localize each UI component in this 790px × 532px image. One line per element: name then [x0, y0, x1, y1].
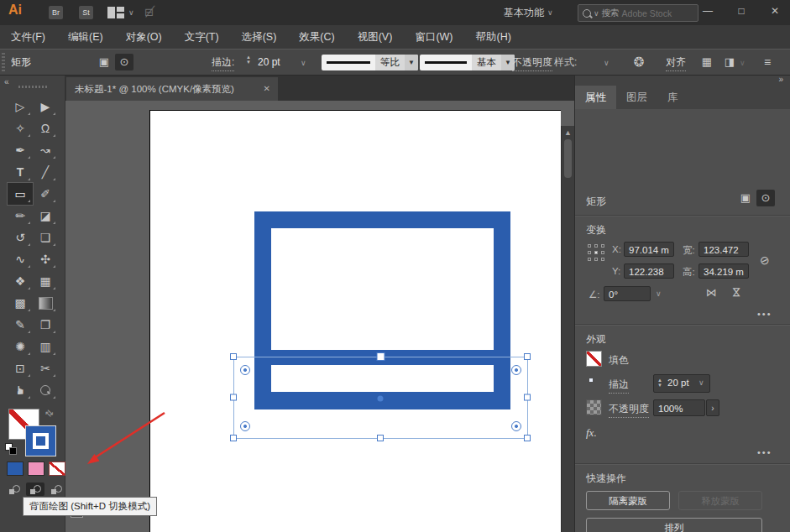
- stroke-stepper[interactable]: ▲▼: [657, 378, 662, 388]
- chevron-down-icon[interactable]: ∨: [698, 378, 704, 387]
- chevron-down-icon[interactable]: ∨: [128, 8, 134, 17]
- swap-fill-stroke-icon[interactable]: ⇄: [43, 407, 56, 420]
- gradient-tool[interactable]: [33, 292, 58, 314]
- magic-wand-tool[interactable]: ✧: [8, 117, 33, 139]
- width-input[interactable]: 123.472: [698, 242, 749, 257]
- opacity-panel-button[interactable]: ›: [706, 399, 719, 416]
- draw-normal-button[interactable]: [5, 482, 24, 496]
- direct-selection-tool[interactable]: ▶: [33, 96, 58, 117]
- draw-behind-button[interactable]: [26, 482, 44, 496]
- collapse-panel-icon[interactable]: »: [778, 75, 783, 84]
- puppet-warp-tool[interactable]: ✣: [33, 248, 58, 270]
- x-input[interactable]: 97.014 m: [624, 242, 674, 257]
- chevron-down-icon[interactable]: ∨: [604, 59, 610, 67]
- recolor-artwork-icon[interactable]: ❂: [630, 54, 648, 70]
- rectangle-tool[interactable]: ▭: [8, 183, 33, 205]
- width-tool[interactable]: ∿: [8, 248, 33, 270]
- canvas[interactable]: ▲: [65, 101, 574, 532]
- stock-icon[interactable]: St: [79, 6, 93, 19]
- collapse-panel-icon[interactable]: «: [4, 77, 9, 86]
- opacity-link[interactable]: 不透明度: [512, 55, 552, 71]
- chevron-down-icon[interactable]: ∨: [547, 8, 553, 17]
- pathfinder-icon[interactable]: ◨: [720, 54, 739, 70]
- document-tab[interactable]: 未标题-1* @ 100% (CMYK/像素预览) ✕: [66, 77, 278, 101]
- transform-more-options[interactable]: •••: [757, 309, 772, 319]
- panel-grip[interactable]: [18, 86, 47, 88]
- mesh-tool[interactable]: ▩: [8, 292, 33, 314]
- flip-horizontal-icon[interactable]: ⋈: [706, 286, 717, 299]
- menu-window[interactable]: 窗口(W): [415, 30, 453, 44]
- blend-tool[interactable]: ❐: [33, 314, 58, 336]
- curvature-tool[interactable]: ↝: [33, 139, 58, 161]
- constrain-proportions-icon[interactable]: ⊘: [758, 252, 772, 268]
- bounding-box-icon[interactable]: ▣: [736, 190, 755, 206]
- menu-select[interactable]: 选择(S): [242, 30, 277, 44]
- tab-libraries[interactable]: 库: [657, 86, 688, 109]
- rotation-dropdown[interactable]: 0°: [604, 286, 651, 301]
- shaper-tool[interactable]: ✏: [8, 205, 33, 227]
- draw-inside-button[interactable]: [47, 482, 65, 496]
- selection-tool[interactable]: ▷: [8, 96, 33, 117]
- center-point-icon[interactable]: ⊙: [756, 190, 775, 206]
- type-tool[interactable]: T: [8, 161, 33, 183]
- opacity-link[interactable]: 不透明度: [609, 402, 649, 418]
- chevron-down-icon[interactable]: ∨: [740, 59, 746, 67]
- fx-button[interactable]: fx.: [586, 426, 597, 440]
- menu-type[interactable]: 文字(T): [185, 30, 219, 44]
- tab-layers[interactable]: 图层: [616, 86, 657, 109]
- stroke-weight-link[interactable]: 描边:: [212, 55, 234, 71]
- menu-edit[interactable]: 编辑(E): [68, 30, 103, 44]
- workspace-switcher[interactable]: 基本功能: [504, 6, 544, 20]
- align-objects-icon[interactable]: ▦: [698, 54, 716, 70]
- default-fill-stroke-icon[interactable]: [5, 443, 16, 453]
- scroll-up-icon[interactable]: ▲: [564, 128, 572, 137]
- symbol-sprayer-tool[interactable]: ✺: [8, 336, 33, 357]
- bounding-box-icon[interactable]: ▣: [95, 54, 113, 70]
- menu-file[interactable]: 文件(F): [11, 30, 45, 44]
- search-input[interactable]: ∨ 搜索 Adobe Stock: [578, 4, 698, 22]
- isolate-mask-button[interactable]: 隔离蒙版: [586, 491, 670, 510]
- tab-properties[interactable]: 属性: [575, 86, 616, 109]
- options-menu-icon[interactable]: ≡: [758, 54, 777, 70]
- brush-definition-dropdown[interactable]: 基本 ▼: [420, 55, 515, 70]
- gradient-swatch-button[interactable]: [28, 462, 44, 476]
- eraser-tool[interactable]: ◪: [33, 205, 58, 227]
- maximize-button[interactable]: □: [727, 0, 756, 22]
- zoom-tool[interactable]: [33, 379, 58, 401]
- chevron-down-icon[interactable]: ∨: [656, 289, 662, 298]
- scrollbar-thumb[interactable]: [564, 139, 572, 178]
- rotate-tool[interactable]: ↺: [8, 227, 33, 248]
- lasso-tool[interactable]: Ω: [33, 117, 58, 139]
- menu-view[interactable]: 视图(V): [358, 30, 393, 44]
- eyedropper-tool[interactable]: ✎: [8, 314, 33, 336]
- menu-effect[interactable]: 效果(C): [299, 30, 334, 44]
- stroke-weight-field[interactable]: ▲▼ 20 pt ∨: [653, 374, 710, 393]
- workspace-layout-icon[interactable]: [107, 7, 124, 18]
- stroke-profile-dropdown[interactable]: 等比 ▼: [322, 55, 418, 70]
- none-swatch-button[interactable]: [49, 462, 65, 476]
- align-link[interactable]: 对齐: [666, 55, 686, 71]
- panel-grip[interactable]: [2, 53, 5, 71]
- bridge-icon[interactable]: Br: [49, 6, 63, 19]
- stroke-link[interactable]: 描边: [609, 378, 629, 394]
- menu-object[interactable]: 对象(O): [126, 30, 162, 44]
- stroke-weight-value[interactable]: 20 pt: [258, 50, 280, 75]
- fill-swatch[interactable]: [586, 351, 602, 367]
- menu-help[interactable]: 帮助(H): [476, 30, 511, 44]
- close-tab-icon[interactable]: ✕: [264, 77, 270, 101]
- stroke-indicator[interactable]: [25, 425, 56, 456]
- hand-tool[interactable]: ☛: [8, 379, 33, 401]
- shape-builder-tool[interactable]: ❖: [8, 270, 33, 292]
- artboard-tool[interactable]: ⊡: [8, 357, 33, 379]
- paintbrush-tool[interactable]: ✐: [33, 183, 58, 205]
- appearance-more-options[interactable]: •••: [757, 447, 772, 457]
- slice-tool[interactable]: ✂: [33, 357, 58, 379]
- column-graph-tool[interactable]: ▥: [33, 336, 58, 357]
- stroke-stepper[interactable]: ▲▼: [246, 55, 251, 65]
- arrange-button[interactable]: 排列: [586, 518, 762, 532]
- reference-point-grid[interactable]: [588, 244, 606, 263]
- flip-vertical-icon[interactable]: ⋈: [730, 287, 743, 298]
- opacity-input[interactable]: 100%: [653, 399, 705, 416]
- scale-tool[interactable]: ❏: [33, 227, 58, 248]
- chevron-down-icon[interactable]: ∨: [301, 59, 306, 67]
